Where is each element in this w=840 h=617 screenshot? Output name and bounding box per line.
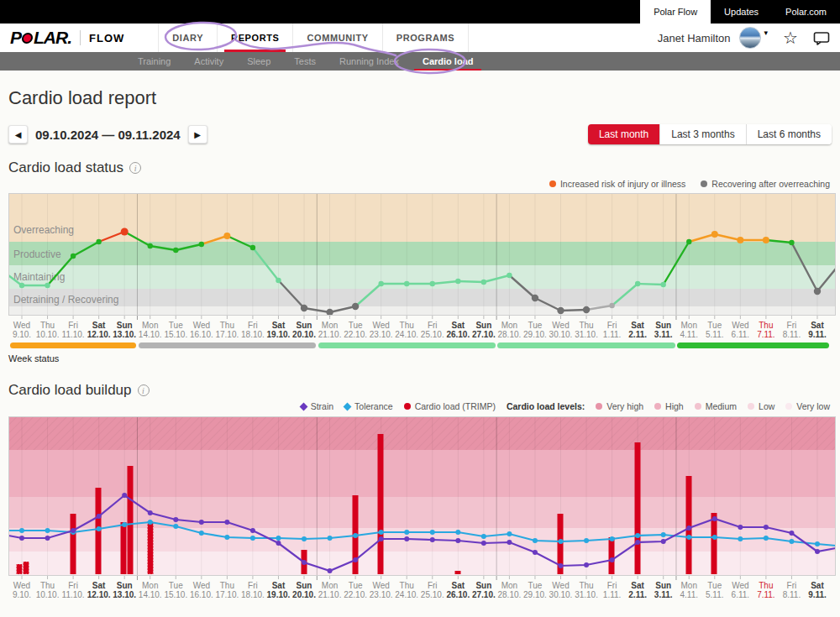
buildup-day-label: Fri (428, 581, 438, 590)
status-point (173, 248, 178, 253)
nav-item-reports[interactable]: REPORTS (217, 24, 292, 52)
status-date-label: 29.10. (523, 330, 547, 338)
strain-point (610, 557, 615, 562)
nav-item-programs[interactable]: PROGRAMS (382, 24, 470, 52)
strain-point (507, 540, 512, 545)
status-point (19, 283, 24, 288)
tolerance-point (276, 536, 281, 541)
status-day-label: Tue (528, 321, 543, 330)
subnav-item-tests[interactable]: Tests (282, 52, 328, 71)
date-navigation: ◀ 09.10.2024 — 09.11.2024 ▶ (8, 125, 207, 144)
strain-point (584, 562, 589, 567)
user-menu-caret-icon[interactable]: ▾ (764, 29, 769, 37)
nav-item-diary[interactable]: DIARY (158, 24, 217, 52)
status-date-label: 10.10. (36, 330, 60, 338)
controls-row: ◀ 09.10.2024 — 09.11.2024 ▶ Last month L… (8, 124, 832, 144)
range-button-group: Last month Last 3 months Last 6 months (588, 124, 832, 144)
strain-point (379, 536, 384, 541)
avatar[interactable] (739, 27, 761, 49)
status-day-label: Fri (68, 321, 78, 330)
range-button-last-month[interactable]: Last month (588, 124, 659, 144)
status-day-label: Fri (607, 321, 617, 330)
prev-period-button[interactable]: ◀ (8, 125, 28, 144)
status-date-label: 25.10. (421, 330, 444, 338)
status-point (96, 239, 101, 244)
status-legend: Increased risk of injury or illnessRecov… (8, 178, 830, 190)
buildup-day-label: Sun (117, 581, 133, 590)
buildup-day-label: Tue (707, 581, 722, 590)
buildup-date-label: 31.10. (575, 590, 598, 599)
range-button-last-6-months[interactable]: Last 6 months (746, 124, 832, 144)
level-legend-item-3-marker-icon (748, 403, 754, 410)
strain-point (789, 531, 794, 536)
buildup-section-title: Cardio load buildup (8, 382, 132, 399)
tolerance-point (224, 535, 229, 540)
buildup-date-label: 3.11. (654, 590, 673, 599)
report-subnav: TrainingActivitySleepTestsRunning IndexC… (0, 52, 840, 71)
buildup-date-label: 30.10. (549, 590, 573, 599)
topbar-tab-polar-flow[interactable]: Polar Flow (640, 0, 711, 24)
status-info-icon[interactable]: i (129, 162, 141, 174)
status-legend-item-1: Recovering after overreaching (701, 179, 830, 189)
status-legend-item-0: Increased risk of injury or illness (549, 179, 685, 189)
buildup-day-label: Fri (787, 581, 797, 590)
status-day-label: Mon (681, 321, 697, 330)
zone-band (8, 289, 836, 306)
strain-point (224, 520, 229, 525)
status-point (148, 243, 153, 248)
subnav-item-sleep[interactable]: Sleep (235, 52, 282, 71)
topbar-tab-polar-com[interactable]: Polar.com (772, 0, 840, 24)
status-date-label: 27.10. (472, 330, 496, 338)
status-date-label: 21.10. (318, 330, 342, 338)
tolerance-point (97, 526, 102, 531)
tolerance-point (250, 536, 255, 541)
strain-point (712, 516, 717, 521)
topbar-tab-updates[interactable]: Updates (711, 0, 772, 24)
next-period-button[interactable]: ▶ (188, 125, 207, 144)
status-point (635, 281, 640, 286)
strain-point (481, 541, 486, 546)
user-name[interactable]: Janet Hamilton (658, 32, 731, 44)
polar-logo[interactable]: PLAR. FLOW (10, 24, 124, 52)
status-point (71, 254, 76, 259)
status-day-label: Wed (193, 321, 210, 330)
week-status-segment (10, 342, 136, 348)
cardio-load-status-chart[interactable]: OverreachingProductiveMaintainingDetrain… (8, 193, 836, 342)
buildup-date-label: 24.10. (395, 590, 418, 599)
tolerance-point (199, 531, 204, 536)
buildup-day-label: Fri (68, 581, 78, 590)
range-button-last-3-months[interactable]: Last 3 months (659, 124, 745, 144)
main-content: Cardio load report ◀ 09.10.2024 — 09.11.… (0, 87, 840, 603)
buildup-date-label: 23.10. (370, 590, 393, 599)
buildup-date-label: 18.10. (241, 590, 265, 599)
level-legend-item-1: High (654, 401, 684, 411)
favorites-star-icon[interactable]: ☆ (783, 29, 798, 46)
status-legend-item-0-marker-icon (549, 180, 556, 187)
subnav-item-cardio-load[interactable]: Cardio load (411, 52, 486, 71)
tolerance-point (712, 535, 717, 540)
tolerance-point (635, 533, 640, 538)
buildup-date-label: 14.10. (139, 590, 162, 599)
subnav-item-training[interactable]: Training (126, 52, 182, 71)
subnav-item-running-index[interactable]: Running Index (328, 52, 411, 71)
status-day-label: Sun (117, 321, 133, 330)
zone-band-bottom (8, 306, 836, 316)
tolerance-point (610, 536, 615, 541)
polar-logo-text: PLAR. (10, 28, 71, 48)
nav-item-community[interactable]: COMMUNITY (292, 24, 381, 52)
status-point (223, 233, 230, 239)
trimp-bar (711, 513, 717, 574)
subnav-item-activity[interactable]: Activity (182, 52, 235, 71)
level-legend-item-2-marker-icon (695, 403, 701, 410)
buildup-day-label: Wed (193, 581, 210, 590)
buildup-day-label: Thu (40, 581, 55, 590)
strain-point (199, 520, 204, 525)
tolerance-point (738, 536, 743, 541)
feedback-chat-icon[interactable] (813, 31, 830, 45)
status-day-label: Thu (579, 321, 593, 330)
status-day-label: Tue (169, 321, 183, 330)
buildup-info-icon[interactable]: i (138, 384, 150, 396)
strain-point (764, 525, 769, 530)
strain-point (45, 536, 50, 541)
cardio-load-buildup-chart[interactable]: Wed9.10.Thu10.10.Fri11.10.Sat12.10.Sun13… (8, 416, 836, 603)
